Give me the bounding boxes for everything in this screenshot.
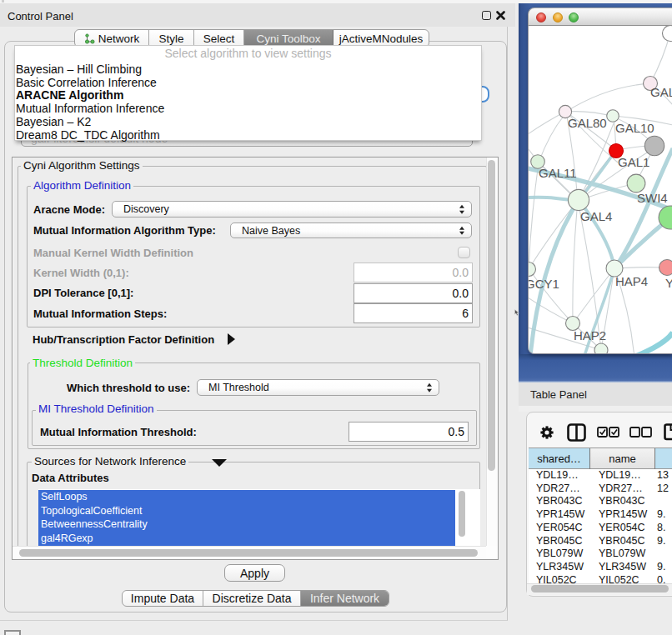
svg-text:GCY1: GCY1 [529,277,559,291]
svg-text:HAP2: HAP2 [574,328,606,342]
svg-text:GAL2: GAL2 [650,85,672,99]
svg-text:Y: Y [665,276,672,290]
svg-text:GAL10: GAL10 [615,121,654,135]
svg-text:GAL4: GAL4 [580,209,612,223]
svg-text:SWI4: SWI4 [637,191,668,205]
svg-text:GAL1: GAL1 [618,155,649,169]
svg-text:GAL80: GAL80 [568,116,607,130]
svg-text:HAP4: HAP4 [615,274,648,288]
svg-text:GAL11: GAL11 [539,166,577,180]
